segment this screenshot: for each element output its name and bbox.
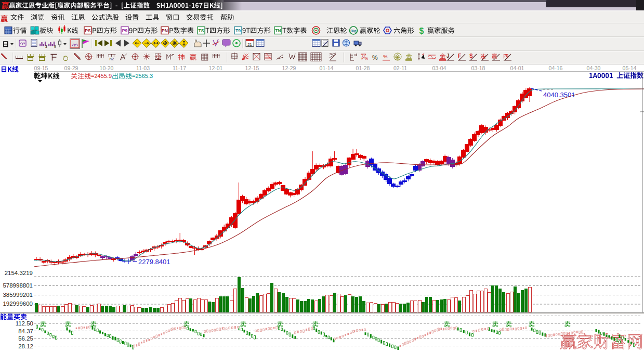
svg-text:28.12: 28.12	[18, 343, 33, 349]
svg-text:%: %	[383, 54, 388, 59]
svg-text:02-11: 02-11	[393, 65, 407, 71]
svg-text:F: F	[458, 53, 461, 59]
svg-text:Big: Big	[350, 29, 356, 33]
svg-text:P9: P9	[122, 28, 128, 33]
svg-text:TS: TS	[199, 28, 204, 33]
svg-text:04-30: 04-30	[587, 65, 601, 71]
svg-text:9: 9	[54, 45, 56, 48]
svg-text:4040.3501: 4040.3501	[543, 91, 575, 99]
svg-text:09-15: 09-15	[34, 65, 48, 71]
svg-text:21: 21	[247, 42, 252, 47]
svg-text:T9: T9	[235, 28, 241, 33]
svg-text:PS: PS	[85, 28, 91, 33]
svg-text:PN: PN	[162, 28, 168, 33]
svg-text:84.37: 84.37	[18, 328, 33, 334]
svg-text:=2565.3: =2565.3	[132, 73, 153, 79]
svg-text:04-01: 04-01	[510, 65, 524, 71]
svg-text:385999201: 385999201	[3, 292, 33, 298]
svg-text:12-29: 12-29	[282, 65, 296, 71]
svg-text:03-18: 03-18	[471, 65, 485, 71]
svg-text:2154.3219: 2154.3219	[5, 270, 33, 276]
svg-text:01-14: 01-14	[320, 65, 334, 71]
svg-text:TN: TN	[275, 28, 281, 33]
svg-text:10-20: 10-20	[100, 65, 114, 71]
svg-text:09-29: 09-29	[64, 65, 78, 71]
svg-text:12-15: 12-15	[245, 65, 259, 71]
svg-text:05-14: 05-14	[623, 65, 637, 71]
svg-text:03-04: 03-04	[432, 65, 446, 71]
svg-text:01-28: 01-28	[356, 65, 370, 71]
svg-text:11-03: 11-03	[136, 65, 150, 71]
svg-text:S: S	[469, 53, 473, 59]
svg-text:192999600: 192999600	[3, 301, 33, 307]
svg-text:12-01: 12-01	[209, 65, 223, 71]
svg-text:%: %	[372, 54, 378, 61]
svg-text:2279.8401: 2279.8401	[138, 258, 170, 266]
svg-text:$: $	[419, 27, 424, 35]
svg-text:J: J	[446, 53, 450, 59]
svg-text:112.50: 112.50	[16, 320, 33, 327]
svg-text:%: %	[364, 56, 368, 61]
svg-text:11-17: 11-17	[173, 65, 186, 71]
svg-text:=2455.9: =2455.9	[91, 73, 112, 79]
svg-text:n2: n2	[109, 57, 114, 61]
svg-text:3: 3	[45, 45, 47, 48]
svg-text:578998801: 578998801	[3, 282, 33, 289]
svg-text:56.25: 56.25	[18, 335, 33, 342]
svg-text:04-16: 04-16	[549, 65, 563, 71]
